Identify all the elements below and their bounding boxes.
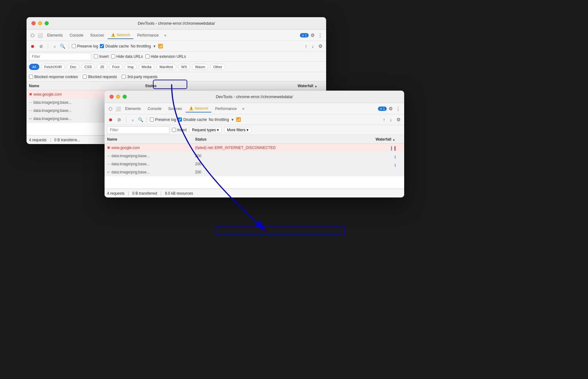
search-icon-back[interactable]: 🔍	[60, 44, 65, 49]
error-icon-0-back: ✖	[29, 92, 32, 97]
preserve-log-checkbox-back[interactable]	[72, 44, 76, 48]
inspect-icon-front[interactable]: ⬜	[115, 105, 121, 112]
invert-checkbox-back[interactable]	[94, 54, 98, 58]
hide-data-checkbox-back[interactable]	[111, 54, 115, 58]
settings-icon-front[interactable]: ⚙	[387, 105, 394, 112]
more-icon-front[interactable]: ⋮	[394, 105, 402, 112]
request-types-btn-front[interactable]: Request types ▾	[189, 127, 222, 133]
download-icon-back[interactable]: ↓	[311, 43, 316, 49]
filter-icon-front[interactable]: ⬦	[129, 116, 136, 123]
table-row-2-front[interactable]: — data:image/png;base... 200	[105, 160, 404, 168]
table-row-1-front[interactable]: — data:image/png;base... 200	[105, 152, 404, 160]
tab-network-back[interactable]: ⚠️ Network	[108, 32, 133, 39]
maximize-button-front[interactable]	[123, 95, 127, 99]
divider-2-back	[68, 43, 69, 49]
chip-font-back[interactable]: Font	[109, 64, 123, 70]
row-name-3-back[interactable]: data:image/png;base...	[33, 117, 71, 121]
more-icon-back[interactable]: ⋮	[316, 32, 324, 39]
more-filters-btn-front[interactable]: More filters ▾	[224, 127, 251, 133]
disable-cache-checkbox-back[interactable]	[100, 44, 104, 48]
cursor-icon-front[interactable]: ⬡	[107, 105, 114, 112]
hide-ext-group-back: Hide extension URLs	[145, 54, 186, 59]
upload-icon-front[interactable]: ↑	[382, 116, 387, 123]
chip-doc-back[interactable]: Doc	[67, 64, 79, 70]
title-bar-front: DevTools - chrome-error://chromewebdata/	[105, 91, 404, 103]
search-icon-front[interactable]: 🔍	[138, 117, 143, 122]
preserve-log-checkbox-front[interactable]	[150, 117, 154, 122]
tab-network-front[interactable]: ⚠️ Network	[186, 105, 211, 112]
waterfall-bar-1-front	[395, 153, 395, 159]
tabs-overflow-front[interactable]: »	[240, 105, 246, 112]
tab-performance-back[interactable]: Performance	[134, 32, 162, 39]
throttle-arrow-front[interactable]: ▼	[231, 118, 234, 122]
close-button-front[interactable]	[110, 95, 114, 99]
tab-console-back[interactable]: Console	[66, 32, 86, 39]
settings2-icon-front[interactable]: ⚙	[395, 116, 402, 123]
clear-front[interactable]: ⊘	[116, 116, 123, 123]
filter-input-front[interactable]	[107, 126, 169, 134]
chip-js-back[interactable]: JS	[97, 64, 107, 70]
blocked-req-checkbox-back[interactable]	[83, 75, 87, 79]
blocked-req-group-back: Blocked requests	[83, 75, 117, 79]
minimize-button-front[interactable]	[116, 95, 120, 99]
col-waterfall-front: Waterfall ▲	[314, 137, 402, 142]
invert-group-back: Invert	[94, 54, 109, 59]
tab-sources-front[interactable]: Sources	[165, 105, 185, 112]
divider-1-back	[48, 43, 48, 49]
row-name-0-front[interactable]: www.google.com	[111, 146, 140, 150]
disable-cache-checkbox-front[interactable]	[178, 117, 182, 122]
tab-sources-back[interactable]: Sources	[87, 32, 107, 39]
filter-icon-back[interactable]: ⬦	[51, 43, 58, 50]
row-name-2-front[interactable]: data:image/png;base...	[111, 162, 149, 166]
invert-checkbox-front[interactable]	[172, 128, 176, 132]
inspect-icon[interactable]: ⬜	[37, 32, 43, 39]
blocked-cookies-checkbox-back[interactable]	[29, 75, 33, 79]
table-row-3-front[interactable]: ↵ data:image/png;base... 200	[105, 168, 404, 176]
close-button-back[interactable]	[32, 21, 36, 25]
minimize-button-back[interactable]	[38, 21, 42, 25]
footer-resources-front: 8.0 kB resources	[165, 191, 193, 196]
chip-manifest-back[interactable]: Manifest	[156, 64, 176, 70]
chip-css-back[interactable]: CSS	[81, 64, 95, 70]
tab-performance-front[interactable]: Performance	[212, 105, 240, 112]
chip-wasm-back[interactable]: Wasm	[192, 64, 208, 70]
settings-icon-back[interactable]: ⚙	[309, 32, 316, 39]
settings2-icon-back[interactable]: ⚙	[317, 43, 324, 50]
tab-elements-front[interactable]: Elements	[122, 105, 144, 112]
chip-fetch-back[interactable]: Fetch/XHR	[41, 64, 65, 70]
stop-recording-front[interactable]: ⏺	[107, 116, 114, 123]
row-name-0-back[interactable]: www.google.com	[33, 92, 62, 97]
tab-console-front[interactable]: Console	[145, 105, 164, 112]
row-name-2-back[interactable]: data:image/png;base...	[33, 108, 71, 113]
tab-elements-back[interactable]: Elements	[44, 32, 66, 39]
throttle-label-back: No throttling	[131, 44, 151, 48]
row-name-1-front[interactable]: data:image/png;base...	[111, 154, 149, 158]
third-party-checkbox-back[interactable]	[122, 75, 126, 79]
hide-ext-checkbox-back[interactable]	[145, 54, 149, 58]
traffic-lights-back	[32, 21, 49, 25]
stop-recording-back[interactable]: ⏺	[29, 43, 36, 50]
hide-data-label-back: Hide data URLs	[116, 54, 143, 59]
chip-other-back[interactable]: Other	[210, 64, 225, 70]
row-name-1-back[interactable]: data:image/png;base...	[33, 100, 71, 105]
maximize-button-back[interactable]	[45, 21, 49, 25]
traffic-lights-front	[110, 95, 127, 99]
chip-media-back[interactable]: Media	[139, 64, 154, 70]
throttle-arrow-back[interactable]: ▼	[153, 44, 156, 48]
cursor-icon[interactable]: ⬡	[29, 32, 36, 39]
filter-bar-front: Invert Request types ▾ More filters ▾	[105, 125, 404, 135]
chip-ws-back[interactable]: WS	[178, 64, 190, 70]
blocked-cookies-label-back: Blocked response cookies	[34, 75, 78, 79]
chip-img-back[interactable]: Img	[125, 64, 137, 70]
waterfall-bar-2-front	[395, 161, 395, 167]
download-icon-front[interactable]: ↓	[389, 116, 394, 123]
tabs-overflow-back[interactable]: »	[162, 32, 168, 39]
row-name-3-front[interactable]: data:image/png;base...	[111, 170, 149, 174]
upload-icon-back[interactable]: ↑	[304, 43, 309, 49]
arrow-icon-3-back: ↵	[29, 117, 32, 121]
chip-all-back[interactable]: All	[29, 64, 39, 70]
clear-back[interactable]: ⊘	[38, 43, 45, 50]
filter-input-back[interactable]	[29, 53, 91, 60]
table-row-0-front[interactable]: ✖ www.google.com (failed) net::ERR_INTER…	[105, 144, 404, 152]
hide-ext-label-back: Hide extension URLs	[151, 54, 186, 59]
